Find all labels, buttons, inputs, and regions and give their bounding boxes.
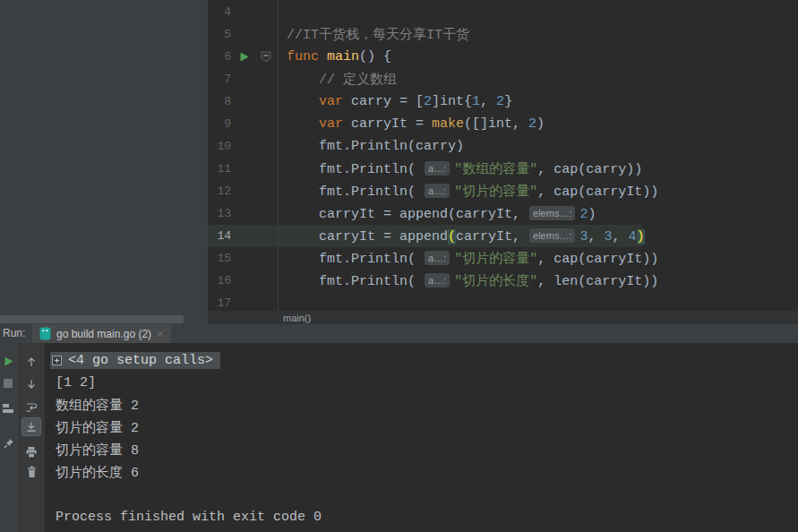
gutter-icons (231, 247, 278, 270)
code-token: "切片的长度" (454, 274, 537, 289)
code-token: ([]int, (464, 116, 528, 132)
next-occurrence-button[interactable] (24, 377, 39, 391)
parameter-hint: a…: (425, 184, 450, 198)
code-token: , cap(carryIt)) (537, 184, 658, 200)
code-line[interactable]: 13 carryIt = append(carryIt, elems…:2) (208, 202, 798, 225)
console-output[interactable]: <4 go setup calls>[1 2]数组的容量 2切片的容量 2切片的… (45, 343, 798, 532)
code-token: "切片的容量" (454, 184, 537, 200)
code-text: carryIt = append(carryIt, elems…:2) (278, 206, 596, 222)
plus-box-icon[interactable] (52, 356, 62, 365)
code-line[interactable]: 11 fmt.Println( a…:"数组的容量", cap(carry)) (208, 158, 798, 180)
code-token: make (432, 116, 464, 132)
gutter-icons (231, 202, 278, 225)
ide-window: 45//IT干货栈，每天分享IT干货6func main() {7 // 定义数… (0, 0, 798, 532)
code-line[interactable]: 5//IT干货栈，每天分享IT干货 (208, 23, 798, 46)
code-token: , (613, 229, 629, 245)
console-actions-toolbar (18, 343, 45, 532)
code-line[interactable]: 16 fmt.Println( a…:"切片的长度", len(carryIt)… (208, 270, 798, 292)
code-line[interactable]: 7 // 定义数组 (208, 68, 798, 90)
breadcrumb-item[interactable]: main() (283, 313, 311, 323)
print-button[interactable] (24, 445, 39, 459)
code-token (287, 94, 319, 109)
code-line[interactable]: 15 fmt.Println( a…:"切片的容量", cap(carryIt)… (208, 247, 798, 270)
line-number[interactable]: 11 (208, 162, 231, 176)
line-number[interactable]: 12 (208, 184, 231, 198)
pin-tab-button[interactable] (1, 436, 15, 450)
rerun-button[interactable] (1, 354, 15, 368)
console-line: 切片的容量 2 (56, 416, 798, 439)
fold-minus-icon[interactable] (261, 51, 271, 63)
console-line: 数组的容量 2 (56, 394, 798, 416)
code-token: carryIt = append(carryIt, (287, 207, 528, 222)
line-number[interactable]: 13 (208, 207, 231, 220)
code-token: , (480, 94, 496, 109)
gutter-icons (231, 1, 278, 23)
code-line[interactable]: 6func main() { (208, 46, 798, 68)
console-line: Process finished with exit code 0 (56, 506, 798, 528)
console-line: 切片的长度 6 (56, 461, 798, 484)
line-number[interactable]: 10 (208, 140, 231, 153)
code-line[interactable]: 10 fmt.Println(carry) (208, 135, 798, 158)
console-line: <4 go setup calls> (56, 349, 798, 372)
code-text: var carry = [2]int{1, 2} (278, 94, 512, 109)
code-token: // 定义数组 (287, 73, 397, 88)
code-line[interactable]: 12 fmt.Println( a…:"切片的容量", cap(carryIt)… (208, 180, 798, 202)
console-line: [1 2] (56, 372, 798, 394)
line-number[interactable]: 5 (208, 28, 231, 41)
run-icon[interactable] (238, 51, 250, 63)
line-number[interactable]: 8 (208, 95, 231, 108)
code-line[interactable]: 4 (208, 1, 798, 23)
line-number[interactable]: 4 (208, 5, 231, 19)
code-token: , (588, 229, 604, 245)
line-number[interactable]: 14 (208, 229, 231, 243)
gutter-icons (231, 46, 278, 68)
clear-all-button[interactable] (24, 465, 39, 479)
run-label: Run: (3, 324, 25, 343)
line-number[interactable]: 9 (208, 117, 231, 131)
trash-icon (26, 466, 38, 478)
code-token: carryIt = append (287, 229, 448, 245)
code-token: carry = [ (351, 94, 424, 109)
gutter-icons (231, 135, 278, 158)
run-toolwindow-header: Run: go build main.go (2) × (0, 324, 798, 343)
line-number[interactable]: 6 (208, 50, 231, 64)
line-number[interactable]: 7 (208, 73, 231, 86)
line-number[interactable]: 17 (208, 296, 231, 310)
prev-occurrence-button[interactable] (24, 355, 39, 369)
close-icon[interactable]: × (157, 324, 164, 343)
code-line[interactable]: 14 carryIt = append(carryIt, elems…:3, 3… (208, 225, 798, 247)
code-token: carryIt = (351, 116, 432, 132)
soft-wrap-button[interactable] (24, 400, 39, 415)
code-text: fmt.Println( a…:"数组的容量", cap(carry)) (278, 160, 642, 177)
parameter-hint: elems…: (529, 206, 575, 220)
code-token: 1 (472, 94, 480, 109)
soft-wrap-icon (25, 401, 38, 414)
run-tab-title: go build main.go (2) (56, 328, 151, 340)
code-line[interactable]: 9 var carryIt = make([]int, 2) (208, 113, 798, 135)
horizontal-scrollbar-thumb[interactable] (0, 315, 184, 323)
scroll-to-end-button[interactable] (21, 417, 41, 436)
code-token: ( (448, 229, 456, 245)
go-file-icon (39, 327, 51, 340)
folded-output-label: <4 go setup calls> (68, 353, 213, 368)
code-token: main (327, 49, 359, 64)
code-line[interactable]: 8 var carry = [2]int{1, 2} (208, 90, 798, 113)
run-tab[interactable]: go build main.go (2) × (32, 324, 171, 343)
code-text: // 定义数组 (278, 71, 397, 88)
code-line[interactable]: 17 (208, 292, 798, 311)
run-toolwindow-body: <4 go setup calls>[1 2]数组的容量 2切片的容量 2切片的… (0, 343, 798, 532)
gutter-icons (231, 158, 278, 180)
folded-output-toggle[interactable]: <4 go setup calls> (50, 352, 220, 369)
code-text: carryIt = append(carryIt, elems…:3, 3, 4… (278, 228, 645, 245)
breadcrumb-bar: main() (208, 311, 798, 324)
line-number[interactable]: 15 (208, 252, 231, 265)
gutter-icons (231, 113, 278, 135)
stop-button[interactable] (1, 376, 15, 390)
parameter-hint: a…: (425, 161, 450, 176)
code-text: var carryIt = make([]int, 2) (278, 116, 545, 132)
code-token: fmt.Println(carry) (287, 139, 464, 154)
code-token: ) (588, 207, 596, 222)
restore-layout-button[interactable] (1, 400, 15, 415)
line-number[interactable]: 16 (208, 274, 231, 287)
code-editor[interactable]: 45//IT干货栈，每天分享IT干货6func main() {7 // 定义数… (208, 0, 798, 311)
